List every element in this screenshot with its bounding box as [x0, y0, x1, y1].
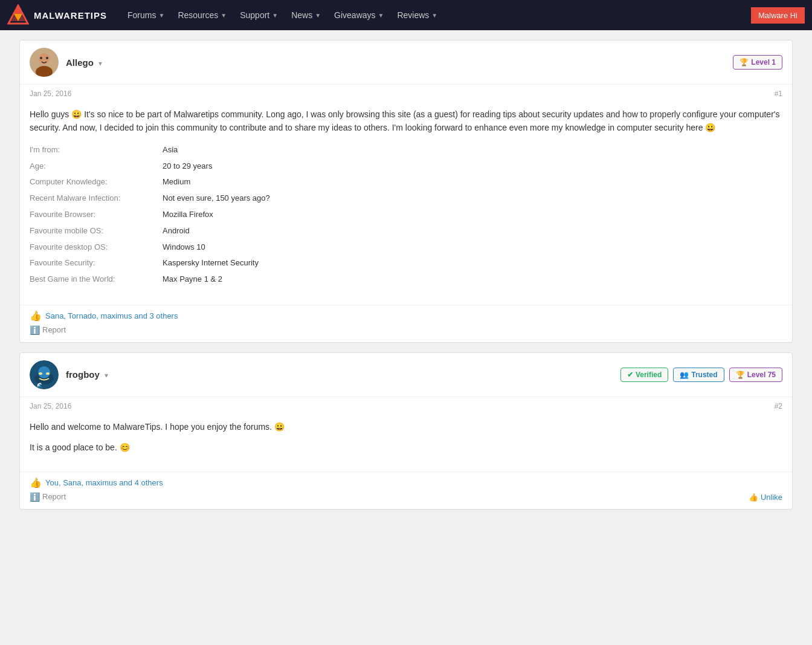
info-row-mobile-os: Favourite mobile OS: Android — [30, 223, 782, 239]
info-label-desktop-os: Favourite desktop OS: — [30, 241, 163, 254]
post-2-author-info: frogboy ▾ — [66, 369, 108, 380]
trophy-icon: 🏆 — [740, 58, 749, 66]
post-1-meta: Jan 25, 2016 #1 — [20, 85, 792, 103]
post-1-footer: 👍 Sana, Tornado, maximus and 3 others ℹ️… — [20, 305, 792, 342]
nav-support-caret: ▼ — [272, 12, 278, 19]
post-2: 🌊 frogboy ▾ ✔ Verified 👥 Trusted 🏆 Leve — [19, 352, 793, 510]
post-2-footer-left: 👍 You, Sana, maximus and 4 others ℹ️ Rep… — [30, 477, 749, 502]
svg-point-11 — [38, 366, 50, 378]
info-label-mobile-os: Favourite mobile OS: — [30, 225, 163, 238]
post-2-likes-row: 👍 You, Sana, maximus and 4 others — [30, 477, 749, 488]
post-1-username: Allego — [66, 57, 94, 68]
info-row-malware: Recent Malware Infection: Not even sure,… — [30, 190, 782, 207]
svg-marker-3 — [13, 5, 23, 14]
trusted-icon: 👥 — [680, 371, 689, 379]
post-1-badges: 🏆 Level 1 — [733, 55, 782, 70]
info-label-game: Best Game in the World: — [30, 273, 163, 286]
info-value-browser: Mozilla Firefox — [163, 209, 213, 221]
unlike-icon: 👍 — [749, 493, 758, 502]
navigation: MALWARETIPS Forums ▼ Resources ▼ Support… — [0, 0, 812, 30]
nav-support[interactable]: Support ▼ — [234, 7, 284, 24]
post-2-verified-label: Verified — [636, 371, 662, 379]
post-1-author-info: Allego ▾ — [66, 57, 102, 68]
post-1-body: Hello guys 😀 It's so nice to be part of … — [20, 103, 792, 305]
info-label-browser: Favourite Browser: — [30, 209, 163, 221]
post-2-number: #2 — [775, 402, 782, 410]
site-logo[interactable]: MALWARETIPS — [7, 4, 107, 26]
info-label-security: Favourite Security: — [30, 257, 163, 270]
post-2-thumbs-up-icon: 👍 — [30, 477, 42, 488]
nav-news[interactable]: News ▼ — [285, 7, 327, 24]
nav-forums[interactable]: Forums ▼ — [121, 7, 170, 24]
svg-point-8 — [46, 57, 48, 59]
verified-icon: ✔ — [627, 371, 633, 379]
post-1-report-label: Report — [42, 325, 66, 334]
post-2-level-badge: 🏆 Level 75 — [729, 368, 782, 382]
post-2-text-1: Hello and welcome to MalwareTips. I hope… — [30, 420, 782, 433]
nav-news-caret: ▼ — [315, 12, 321, 19]
post-1-avatar — [30, 48, 59, 77]
post-2-report-label: Report — [42, 492, 66, 501]
nav-forums-label: Forums — [127, 10, 156, 20]
info-label-origin: I'm from: — [30, 144, 163, 157]
post-2-text-2: It is a good place to be. 😊 — [30, 441, 782, 454]
nav-resources[interactable]: Resources ▼ — [172, 7, 233, 24]
info-row-security: Favourite Security: Kaspersky Internet S… — [30, 255, 782, 271]
nav-news-label: News — [291, 10, 312, 20]
nav-resources-caret: ▼ — [221, 12, 227, 19]
post-1-header: Allego ▾ 🏆 Level 1 — [20, 41, 792, 85]
post-2-header: 🌊 frogboy ▾ ✔ Verified 👥 Trusted 🏆 Leve — [20, 353, 792, 397]
info-row-game: Best Game in the World: Max Payne 1 & 2 — [30, 271, 782, 288]
nav-malware-hub-label: Malware Hi — [758, 11, 798, 20]
post-2-footer-actions: 👍 You, Sana, maximus and 4 others ℹ️ Rep… — [30, 477, 782, 502]
info-row-browser: Favourite Browser: Mozilla Firefox — [30, 207, 782, 223]
post-2-likes-link[interactable]: You, Sana, maximus and 4 others — [45, 478, 163, 487]
info-value-malware: Not even sure, 150 years ago? — [163, 192, 270, 205]
post-1-text: Hello guys 😀 It's so nice to be part of … — [30, 108, 782, 135]
post-2-unlike-button[interactable]: 👍 Unlike — [749, 493, 782, 502]
info-value-desktop-os: Windows 10 — [163, 241, 205, 254]
post-2-username: frogboy — [66, 369, 100, 380]
info-row-knowledge: Computer Knowledge: Medium — [30, 174, 782, 190]
nav-giveaways-label: Giveaways — [334, 10, 375, 20]
svg-text:🌊: 🌊 — [37, 382, 43, 388]
post-2-avatar: 🌊 — [30, 360, 59, 389]
nav-malware-hub[interactable]: Malware Hi — [751, 7, 805, 24]
post-1-level-badge: 🏆 Level 1 — [733, 55, 782, 70]
post-1-likes-link[interactable]: Sana, Tornado, maximus and 3 others — [45, 311, 178, 320]
post-2-dropdown-icon[interactable]: ▾ — [105, 371, 108, 380]
post-2-verified-badge: ✔ Verified — [620, 368, 668, 382]
level-trophy-icon: 🏆 — [736, 371, 745, 379]
info-value-security: Kaspersky Internet Security — [163, 257, 259, 270]
post-2-badges: ✔ Verified 👥 Trusted 🏆 Level 75 — [620, 368, 782, 382]
post-1: Allego ▾ 🏆 Level 1 Jan 25, 2016 #1 Hello… — [19, 40, 793, 343]
post-2-date: Jan 25, 2016 — [30, 402, 71, 410]
svg-point-13 — [46, 372, 50, 375]
unlike-label: Unlike — [761, 493, 782, 502]
main-content: Allego ▾ 🏆 Level 1 Jan 25, 2016 #1 Hello… — [19, 30, 793, 529]
post-2-body: Hello and welcome to MalwareTips. I hope… — [20, 415, 792, 472]
logo-text: MALWARETIPS — [34, 10, 107, 21]
nav-reviews[interactable]: Reviews ▼ — [391, 7, 443, 24]
info-value-origin: Asia — [163, 144, 178, 157]
nav-giveaways[interactable]: Giveaways ▼ — [328, 7, 390, 24]
thumbs-up-icon: 👍 — [30, 310, 42, 322]
post-2-report-icon: ℹ️ — [30, 492, 40, 502]
info-value-mobile-os: Android — [163, 225, 190, 238]
info-row-origin: I'm from: Asia — [30, 142, 782, 158]
info-label-knowledge: Computer Knowledge: — [30, 176, 163, 189]
report-icon: ℹ️ — [30, 325, 40, 335]
info-label-malware: Recent Malware Infection: — [30, 192, 163, 205]
post-2-trusted-badge: 👥 Trusted — [673, 368, 724, 382]
post-1-dropdown-icon[interactable]: ▾ — [98, 59, 102, 68]
post-2-level-label: Level 75 — [747, 371, 776, 379]
nav-giveaways-caret: ▼ — [378, 12, 384, 19]
post-1-date: Jan 25, 2016 — [30, 89, 71, 98]
nav-forums-caret: ▼ — [158, 12, 164, 19]
post-1-level-label: Level 1 — [751, 58, 776, 66]
post-2-report-button[interactable]: ℹ️ Report — [30, 492, 749, 502]
post-2-trusted-label: Trusted — [691, 371, 717, 379]
post-1-number: #1 — [775, 89, 782, 98]
post-1-report-button[interactable]: ℹ️ Report — [30, 325, 782, 335]
logo-icon — [7, 4, 29, 26]
